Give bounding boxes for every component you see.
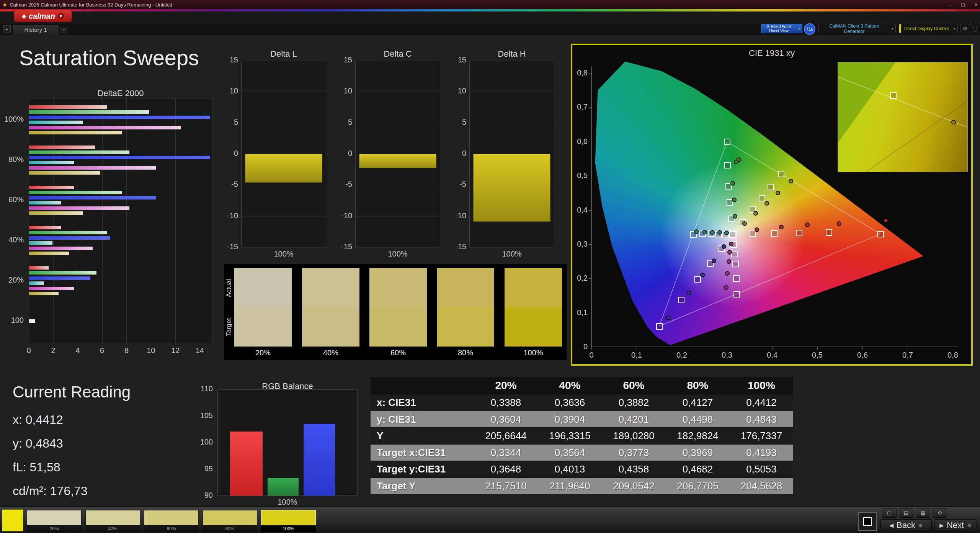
title-bar: ◆ Calman 2025 Calman Ultimate for Busine… xyxy=(0,0,980,9)
level-swatch-80%[interactable] xyxy=(203,510,257,525)
delta-gridline xyxy=(470,92,554,92)
settings-gear-button[interactable]: ⚙ xyxy=(960,24,970,33)
cie-y-tick-label: 0,1 xyxy=(572,308,588,317)
cie-measurement-cyan xyxy=(710,230,715,235)
cie-x-tick-label: 0,3 xyxy=(715,351,738,360)
swatch-actual xyxy=(369,268,427,307)
cie-target-yellow xyxy=(778,171,784,177)
cie-measurement-cyan xyxy=(702,230,707,234)
deltae-bar-red xyxy=(29,266,49,270)
cie-target-blue xyxy=(656,323,663,330)
table-header-cell: 60% xyxy=(602,377,666,394)
display-control-label: Direct Display Control xyxy=(901,26,952,31)
pattern-generator-button[interactable]: CalMAN Client 3 Pattern Generator ▾ xyxy=(818,24,896,33)
pattern-window-button[interactable] xyxy=(858,512,877,531)
delta-bar xyxy=(359,154,436,168)
back-label: Back xyxy=(897,520,915,530)
level-swatch-40%[interactable] xyxy=(85,510,140,525)
cie-y-tick xyxy=(589,210,591,211)
back-arrow-icon: ◀ xyxy=(889,522,893,528)
table-cell: 0,3344 xyxy=(474,445,538,461)
rgb-x-axis-label: 100% xyxy=(217,498,358,507)
deltae-bar-cyan xyxy=(29,161,74,164)
delta-h-title: Delta H xyxy=(469,49,554,59)
deltae-bar-blue xyxy=(29,236,110,240)
table-cell: 205,6644 xyxy=(474,428,538,445)
delta-y-tick-label: 0 xyxy=(217,149,238,158)
maximize-button[interactable]: □ xyxy=(961,2,964,8)
cie-x-tick-label: 0,1 xyxy=(625,351,648,360)
next-button[interactable]: ▶ Next ⚙ xyxy=(934,519,977,531)
level-swatch-20%[interactable] xyxy=(27,510,82,525)
chevron-down-icon: ▾ xyxy=(892,26,893,31)
deltae2000-title: DeltaE 2000 xyxy=(29,88,212,98)
swatch-target xyxy=(234,307,292,347)
deltae-gridline xyxy=(53,98,54,343)
rgb-y-tick-label: 105 xyxy=(191,411,213,420)
meter-label: X-Rite i1Pro 3 Direct View xyxy=(761,25,796,33)
cie-white-point xyxy=(729,231,737,238)
tab-overflow-button[interactable]: ▾ xyxy=(60,27,67,33)
cie-target-green xyxy=(724,162,731,168)
cie-x-tick-label: 0 xyxy=(580,351,603,360)
swatch-target xyxy=(437,307,494,347)
table-cell: 0,3882 xyxy=(602,394,666,411)
deltae-bar-cyan xyxy=(29,281,44,285)
tab-history-1[interactable]: History 1 xyxy=(12,25,59,34)
tab-scroll-button[interactable]: ▸ xyxy=(3,25,11,33)
table-cell: 0,3773 xyxy=(602,445,666,461)
cie-x-tick xyxy=(772,347,773,350)
display-control-button[interactable]: Direct Display Control ▾ xyxy=(899,24,958,33)
delta-gridline xyxy=(242,60,326,61)
cie-measurement-red xyxy=(779,225,784,229)
calman-menu-button[interactable]: ◆ calman ▾ xyxy=(14,10,72,22)
level-swatch-100%[interactable] xyxy=(261,510,316,525)
pattern-window-icon xyxy=(863,517,872,526)
cie-target-magenta xyxy=(732,261,739,267)
cie-target-green xyxy=(724,139,730,145)
table-cell: 0,4127 xyxy=(666,394,730,411)
table-cell: 0,3904 xyxy=(538,411,602,428)
level-swatch-60%[interactable] xyxy=(144,510,199,525)
current-reading-x: x: 0,4412 xyxy=(13,413,63,427)
delta-y-tick-label: -5 xyxy=(217,180,238,189)
table-cell: 209,0542 xyxy=(602,478,666,495)
cie-measurement-magenta xyxy=(727,259,731,264)
deltae-bar-red xyxy=(29,105,107,109)
meter-select-button[interactable]: X-Rite i1Pro 3 Direct View ▾ xyxy=(761,24,802,33)
cie-y-tick xyxy=(589,313,591,313)
back-button[interactable]: ◀ Back ⚙ xyxy=(880,519,932,531)
cie-target-red xyxy=(771,230,777,237)
calman-logo-label: calman xyxy=(29,12,55,21)
close-button[interactable]: × xyxy=(975,2,978,8)
cie-measurement-magenta xyxy=(724,285,728,290)
deltae-bar-green xyxy=(29,191,122,194)
delta-gridline xyxy=(356,123,440,123)
chevron-down-icon: ▾ xyxy=(798,26,800,31)
calman-app: ◆ Calman 2025 Calman Ultimate for Busine… xyxy=(0,0,980,533)
grid-mini-button[interactable]: ▤ xyxy=(899,508,913,518)
cie-x-tick xyxy=(862,347,863,350)
deltae-bar-magenta xyxy=(29,247,93,250)
table-cell: 215,7510 xyxy=(474,478,538,495)
pattern-mini-button[interactable]: ▦ xyxy=(916,508,930,518)
cie-y-tick-label: 0,8 xyxy=(572,69,588,77)
workspace-button[interactable]: ▢ xyxy=(971,24,979,33)
minimize-button[interactable]: – xyxy=(949,2,952,8)
cie-target-red xyxy=(826,229,832,236)
table-cell: 196,3315 xyxy=(538,428,602,445)
next-gear-icon: ⚙ xyxy=(967,523,972,528)
gear-mini-button[interactable]: ⚙ xyxy=(933,508,947,518)
display-mini-button[interactable]: ▢ xyxy=(882,508,897,518)
window-controls: – □ × xyxy=(949,0,978,9)
table-cell: 0,4682 xyxy=(666,461,730,478)
delta-y-tick-label: 5 xyxy=(446,118,466,127)
delta-bar xyxy=(473,154,550,222)
rgb-bar-blue xyxy=(304,424,335,496)
rgb-y-tick-label: 110 xyxy=(191,384,213,393)
table-row-label: Target x:CIE31 xyxy=(377,445,474,461)
delta-y-tick-label: -15 xyxy=(446,242,466,251)
table-row-label: Target Y xyxy=(377,478,474,495)
deltae-bar-white xyxy=(29,319,35,323)
swatch-target xyxy=(505,307,562,347)
